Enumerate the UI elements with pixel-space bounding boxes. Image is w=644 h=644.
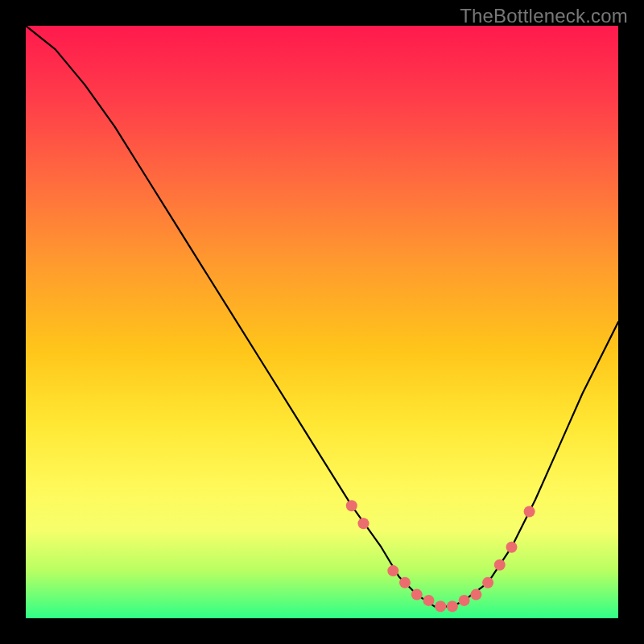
marker-dot: [494, 559, 506, 571]
marker-dot: [435, 601, 446, 612]
marker-dot: [470, 589, 481, 601]
plot-area: [26, 26, 618, 618]
marker-dot: [447, 601, 458, 612]
watermark-text: TheBottleneck.com: [460, 5, 628, 27]
bottleneck-curve-svg: [26, 26, 618, 618]
marker-dot: [506, 542, 518, 553]
chart-frame: TheBottleneck.com: [0, 0, 644, 644]
marker-dot: [459, 595, 470, 606]
marker-dot: [387, 565, 398, 576]
marker-dot: [482, 577, 493, 588]
marker-dot: [358, 518, 369, 529]
marker-dot: [524, 506, 535, 518]
marker-dot: [411, 589, 423, 601]
marker-dot: [346, 500, 357, 511]
bottleneck-curve-line: [26, 26, 618, 606]
marker-dot: [399, 577, 411, 588]
marker-dot: [423, 595, 435, 606]
